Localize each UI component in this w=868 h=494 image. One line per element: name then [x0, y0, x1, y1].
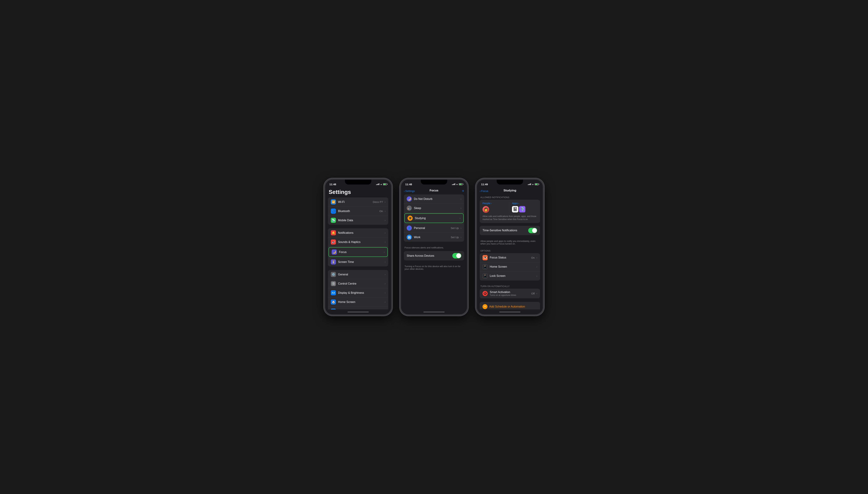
focus-status-row[interactable]: 👁️ Focus Status On › [480, 253, 540, 262]
lock-screen-row[interactable]: 📱 Lock Screen › [480, 271, 540, 281]
screentime-row[interactable]: ⏳ Screen Time › [328, 258, 388, 266]
add-schedule-row[interactable]: + Add Schedule or Automation [480, 302, 540, 309]
mobile-content: Mobile Data [338, 219, 385, 222]
focus-content: Focus [339, 250, 384, 254]
wifi-value: Deco P7 [373, 201, 383, 204]
share-content: Share Across Devices [407, 254, 452, 258]
display-right: › [385, 291, 385, 294]
work-chevron: › [461, 236, 461, 239]
back-button-focus[interactable]: ‹ Settings [404, 189, 415, 192]
home-bar-line-2 [423, 311, 445, 312]
prefs-group: ⚙️ General › 🎛️ Control Centre › AA [328, 270, 388, 309]
mobile-label: Mobile Data [338, 219, 385, 222]
fs-label: Focus Status [490, 256, 531, 259]
display-row[interactable]: AA Display & Brightness › [328, 288, 388, 298]
status-icons-2: ▲ [452, 183, 463, 185]
work-label: Work [414, 236, 451, 239]
display-chevron: › [385, 291, 385, 294]
sounds-chevron: › [385, 241, 385, 243]
general-right: › [385, 273, 385, 276]
smart-activation-group: ⏻ Smart Activation Turns on at opportune… [480, 289, 540, 298]
do-not-disturb-row[interactable]: 🌙 Do Not Disturb › [404, 194, 464, 204]
home-screen-option-icon: 📱 [483, 264, 488, 269]
sounds-row[interactable]: 🔊 Sounds & Haptics › [328, 238, 388, 247]
studying-focus-row[interactable]: 🎓 Studying › [404, 213, 464, 223]
time-sensitive-group: Time-Sensitive Notifications [480, 226, 540, 235]
notch-1 [345, 179, 371, 185]
phone-3: 11:49 ▲ ‹ Focus Studying ALLOWED NOTIFI [476, 178, 544, 316]
personal-icon: 👤 [407, 226, 412, 231]
share-across-row[interactable]: Share Across Devices [404, 251, 464, 261]
controlcentre-right: › [385, 282, 385, 285]
toggle-knob [456, 253, 461, 258]
notifications-chevron: › [385, 231, 385, 234]
personal-right: Set Up › [451, 227, 461, 230]
fs-value: On [531, 256, 535, 259]
mobile-data-row[interactable]: 📡 Mobile Data › [328, 216, 388, 225]
time-sensitive-row[interactable]: Time-Sensitive Notifications [480, 226, 540, 235]
apps-col: Apps › 📓 🎙️ [510, 202, 537, 213]
notifications-row[interactable]: 🔔 Notifications › [328, 228, 388, 238]
general-icon: ⚙️ [331, 272, 336, 277]
dnd-label: Do Not Disturb [414, 197, 461, 201]
app-icons: 📓 🎙️ [512, 206, 537, 212]
wifi-status-icon: ▲ [380, 183, 382, 185]
fs-chevron: › [537, 256, 537, 259]
sa-chevron: › [537, 292, 537, 295]
display-icon: AA [331, 290, 336, 295]
wifi-row[interactable]: 📶 Wi-Fi Deco P7 › [328, 197, 388, 207]
status-icons-3: ▲ [528, 183, 539, 185]
studying-content: Studying [415, 217, 460, 220]
screentime-icon: ⏳ [331, 259, 336, 264]
phone-1: 11:48 ▲ Settings 📶 Wi-Fi D [324, 178, 392, 316]
accessibility-row[interactable]: ♿ Accessibility › [328, 307, 388, 309]
general-label: General [338, 273, 385, 276]
focus-right: › [384, 251, 385, 253]
sleep-icon: 🛏️ [407, 206, 412, 211]
sleep-row[interactable]: 🛏️ Sleep › [404, 204, 464, 213]
apps-chevron: › [518, 202, 519, 205]
notes-icon: 📓 [512, 206, 518, 212]
sa-value: Off [531, 292, 535, 295]
lock-screen-option-icon: 📱 [483, 273, 488, 279]
studying-chevron: › [460, 217, 461, 220]
work-row[interactable]: 🏢 Work Set Up › [404, 233, 464, 242]
network-group: 📶 Wi-Fi Deco P7 › 🔵 Bluetooth On › [328, 197, 388, 225]
smart-activation-row[interactable]: ⏻ Smart Activation Turns on at opportune… [480, 289, 540, 298]
options-group: 👁️ Focus Status On › 📱 Home Screen [480, 253, 540, 281]
notch-3 [497, 179, 523, 185]
bluetooth-icon: 🔵 [331, 209, 336, 214]
general-content: General [338, 273, 385, 276]
hs-content: Home Screen [490, 265, 537, 268]
back-button-studying[interactable]: ‹ Focus [480, 189, 488, 192]
work-content: Work [414, 236, 451, 239]
controlcentre-row[interactable]: 🎛️ Control Centre › [328, 279, 388, 288]
people-label[interactable]: People › [483, 202, 508, 205]
sa-subtitle: Turns on at opportune times [490, 294, 531, 297]
homescreen-row[interactable]: 🏠 Home Screen › [328, 298, 388, 307]
notch-2 [421, 179, 447, 185]
mobile-chevron: › [385, 219, 385, 222]
bluetooth-row[interactable]: 🔵 Bluetooth On › [328, 207, 388, 216]
ts-toggle[interactable] [528, 228, 537, 233]
apps-label[interactable]: Apps › [512, 202, 537, 205]
hs-right: › [537, 266, 537, 268]
signal-icon [376, 183, 379, 185]
share-label: Share Across Devices [407, 254, 452, 258]
back-chevron-icon: ‹ [404, 189, 405, 192]
sounds-right: › [385, 241, 385, 243]
add-focus-button[interactable]: + [462, 189, 464, 193]
focus-row[interactable]: 🌙 Focus › [328, 247, 388, 257]
screentime-chevron: › [385, 261, 385, 263]
share-toggle[interactable] [452, 253, 461, 259]
general-row[interactable]: ⚙️ General › [328, 270, 388, 279]
ls-chevron: › [537, 275, 537, 277]
sa-content: Smart Activation Turns on at opportune t… [490, 290, 531, 297]
personal-content: Personal [414, 227, 451, 230]
personal-row[interactable]: 👤 Personal Set Up › [404, 224, 464, 233]
home-screen-row[interactable]: 📱 Home Screen › [480, 262, 540, 271]
homescreen-right: › [385, 301, 385, 303]
studying-nav-header: ‹ Focus Studying [477, 187, 543, 194]
ls-right: › [537, 275, 537, 277]
screentime-content: Screen Time [338, 261, 385, 264]
